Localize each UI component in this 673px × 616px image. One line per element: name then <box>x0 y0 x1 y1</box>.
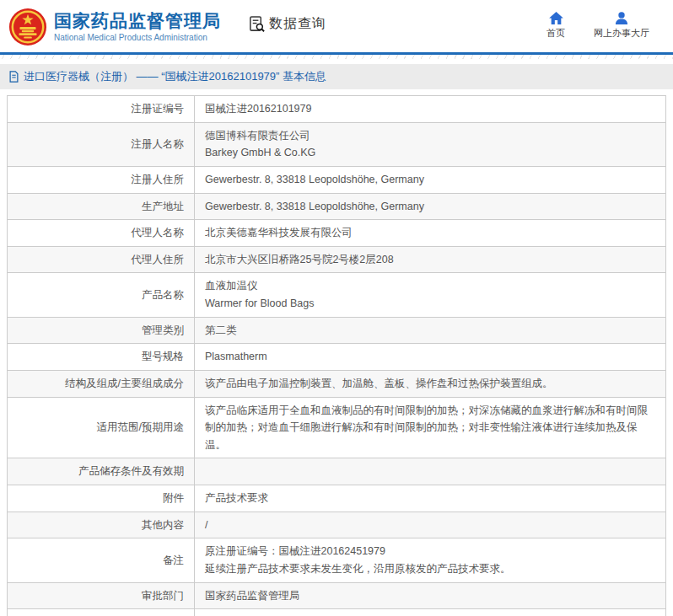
table-row: 管理类别 第二类 <box>8 317 666 344</box>
row-value: 北京美德嘉华科技发展有限公司 <box>195 220 666 247</box>
nav-service-hall[interactable]: 网上办事大厅 <box>594 12 649 40</box>
document-icon <box>8 71 19 83</box>
row-value: 该产品临床适用于全血和血液制品的有时间限制的加热；对深冻储藏的血浆进行解冻和有时… <box>195 397 666 458</box>
table-row: 型号规格 Plasmatherm <box>8 344 666 371</box>
row-label: 产品名称 <box>8 273 195 317</box>
row-value: Gewerbestr. 8, 33818 Leopoldshöhe, Germa… <box>195 193 666 220</box>
table-row: 注册人住所 Gewerbestr. 8, 33818 Leopoldshöhe,… <box>8 166 666 193</box>
row-value: 血液加温仪 Warmer for Blood Bags <box>195 273 666 317</box>
table-row: 注册人名称 德国博科有限责任公司 Barkey GmbH & Co.KG <box>8 122 666 166</box>
agency-title-block: 国家药品监督管理局 National Medical Products Admi… <box>54 11 221 42</box>
row-label: 生产地址 <box>8 193 195 220</box>
row-label: 备注 <box>8 538 195 582</box>
table-row: 附件 产品技术要求 <box>8 485 666 512</box>
nav-home-label: 首页 <box>546 27 565 40</box>
agency-name-zh: 国家药品监督管理局 <box>54 11 221 31</box>
row-label: 注册人名称 <box>8 122 195 166</box>
row-label: 注册证编号 <box>8 96 195 123</box>
table-row: 审批部门 国家药品监督管理局 <box>8 582 666 609</box>
table-row: 批准日期 2020-10-23 <box>8 609 666 616</box>
header: 国家药品监督管理局 National Medical Products Admi… <box>0 0 673 52</box>
table-row: 结构及组成/主要组成成分 该产品由电子加温控制装置、加温舱、盖板、操作盘和过热保… <box>8 370 666 397</box>
table-row: 代理人住所 北京市大兴区旧桥路25号院2号楼2层208 <box>8 246 666 273</box>
row-label: 其他内容 <box>8 512 195 538</box>
row-value: Plasmatherm <box>195 344 666 371</box>
registration-table: 注册证编号 国械注进20162101979 注册人名称 德国博科有限责任公司 B… <box>7 95 666 616</box>
row-label: 注册人住所 <box>8 166 195 193</box>
row-value: 北京市大兴区旧桥路25号院2号楼2层208 <box>195 246 666 273</box>
row-value <box>195 458 666 485</box>
table-row: 注册证编号 国械注进20162101979 <box>8 96 666 123</box>
breadcrumb-text: 进口医疗器械（注册） —— “国械注进20162101979” 基本信息 <box>24 69 326 84</box>
data-query-section: 数据查询 <box>248 15 326 33</box>
nav-home[interactable]: 首页 <box>546 12 565 40</box>
table-row: 备注 原注册证编号：国械注进20162451979 延续注册产品技术要求未发生变… <box>8 538 666 582</box>
row-label: 结构及组成/主要组成成分 <box>8 370 195 397</box>
row-label: 审批部门 <box>8 582 195 609</box>
data-query-label: 数据查询 <box>269 15 326 33</box>
row-value: 原注册证编号：国械注进20162451979 延续注册产品技术要求未发生变化，沿… <box>195 538 666 582</box>
row-label: 批准日期 <box>8 609 195 616</box>
person-icon <box>615 12 628 24</box>
row-value: 2020-10-23 <box>195 609 666 616</box>
nav-service-hall-label: 网上办事大厅 <box>594 27 649 40</box>
table-row: 代理人名称 北京美德嘉华科技发展有限公司 <box>8 220 666 247</box>
header-nav: 首页 网上办事大厅 <box>546 12 661 40</box>
table-row: 生产地址 Gewerbestr. 8, 33818 Leopoldshöhe, … <box>8 193 666 220</box>
row-value: 第二类 <box>195 317 666 344</box>
row-value: Gewerbestr. 8, 33818 Leopoldshöhe, Germa… <box>195 166 666 193</box>
row-value: 德国博科有限责任公司 Barkey GmbH & Co.KG <box>195 122 666 166</box>
row-value: 该产品由电子加温控制装置、加温舱、盖板、操作盘和过热保护装置组成。 <box>195 370 666 397</box>
row-label: 代理人名称 <box>8 220 195 247</box>
row-value: / <box>195 512 666 538</box>
agency-name-en: National Medical Products Administration <box>54 33 221 42</box>
row-label: 管理类别 <box>8 317 195 344</box>
table-row: 产品储存条件及有效期 <box>8 458 666 485</box>
row-value: 国家药品监督管理局 <box>195 582 666 609</box>
hatch-band <box>0 55 673 62</box>
row-label: 适用范围/预期用途 <box>8 397 195 458</box>
breadcrumb: 进口医疗器械（注册） —— “国械注进20162101979” 基本信息 <box>0 64 673 89</box>
table-row: 适用范围/预期用途 该产品临床适用于全血和血液制品的有时间限制的加热；对深冻储藏… <box>8 397 666 458</box>
row-value: 产品技术要求 <box>195 485 666 512</box>
table-row: 其他内容 / <box>8 512 666 538</box>
national-emblem-logo <box>8 8 47 46</box>
row-label: 产品储存条件及有效期 <box>8 458 195 485</box>
row-label: 附件 <box>8 485 195 512</box>
table-row: 产品名称 血液加温仪 Warmer for Blood Bags <box>8 273 666 317</box>
row-label: 型号规格 <box>8 344 195 371</box>
table-wrap: 注册证编号 国械注进20162101979 注册人名称 德国博科有限责任公司 B… <box>0 89 673 616</box>
row-value: 国械注进20162101979 <box>195 96 666 123</box>
home-icon <box>549 12 563 24</box>
data-query-icon <box>248 15 266 33</box>
row-label: 代理人住所 <box>8 246 195 273</box>
